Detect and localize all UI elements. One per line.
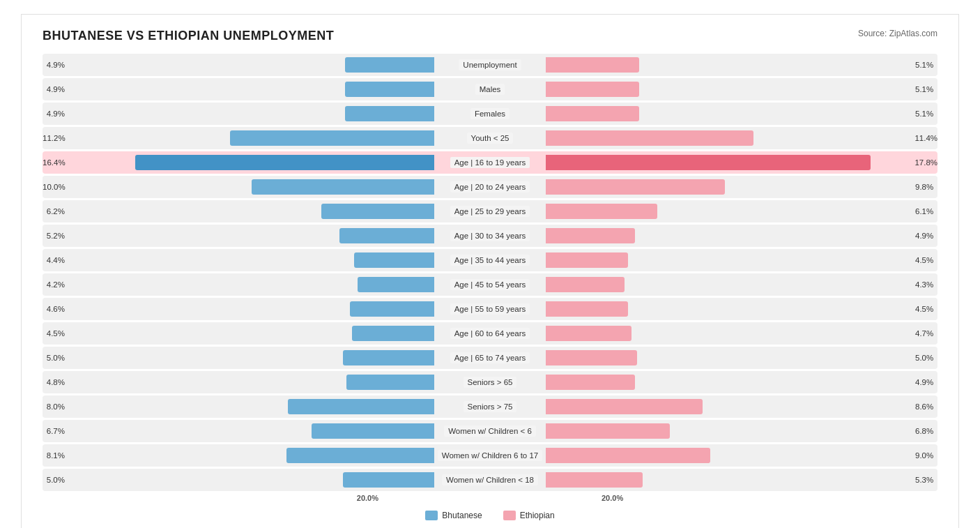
left-bar-wrap [69, 252, 434, 268]
bar-row: 16.4% Age | 16 to 19 years 17.8% [43, 151, 937, 174]
bar-pink [546, 155, 871, 170]
right-section: 5.1% [546, 106, 937, 121]
right-value: 11.4% [910, 134, 937, 142]
right-value: 9.0% [911, 451, 937, 460]
left-value: 4.4% [43, 256, 69, 264]
bar-row: 4.9% Females 5.1% [43, 103, 937, 125]
legend-ethiopian-label: Ethiopian [520, 511, 555, 520]
right-bar-wrap [546, 375, 911, 390]
right-value: 5.1% [911, 110, 937, 118]
bar-pink [546, 252, 628, 268]
center-label: Women w/ Children < 18 [442, 474, 538, 485]
bar-row-inner: 4.9% Females 5.1% [43, 103, 937, 124]
bar-row: 8.1% Women w/ Children 6 to 17 9.0% [43, 444, 937, 467]
left-bar-wrap [69, 423, 434, 439]
right-value: 4.7% [911, 329, 937, 338]
bar-blue [343, 350, 434, 365]
bar-pink [546, 57, 639, 73]
left-bar-wrap [69, 399, 434, 414]
center-label: Youth < 25 [467, 133, 514, 144]
left-value: 4.9% [43, 61, 69, 69]
right-section: 4.9% [546, 375, 937, 390]
left-section: 4.2% [43, 277, 434, 292]
left-section: 4.9% [43, 57, 434, 73]
bar-row-inner: 4.6% Age | 55 to 59 years 4.5% [43, 299, 937, 319]
bar-row-inner: 6.7% Women w/ Children < 6 6.8% [43, 421, 937, 442]
bar-pink [546, 130, 753, 146]
bar-pink [546, 228, 635, 243]
right-bar-wrap [546, 252, 911, 268]
bar-row: 4.5% Age | 60 to 64 years 4.7% [43, 322, 937, 345]
right-value: 17.8% [910, 158, 937, 167]
center-label: Women w/ Children < 6 [444, 425, 536, 437]
left-section: 6.7% [43, 423, 434, 439]
right-value: 4.3% [911, 280, 937, 289]
left-bar-wrap [70, 130, 434, 146]
bar-row-inner: 6.2% Age | 25 to 29 years 6.1% [43, 201, 937, 222]
right-value: 6.1% [911, 207, 937, 216]
bar-row: 4.8% Seniors > 65 4.9% [43, 371, 937, 393]
center-label: Age | 60 to 64 years [450, 328, 530, 339]
right-section: 5.1% [546, 82, 937, 97]
center-label-wrap: Age | 60 to 64 years [434, 328, 546, 339]
chart-container: BHUTANESE VS ETHIOPIAN UNEMPLOYMENT Sour… [21, 14, 959, 528]
right-section: 9.8% [546, 179, 937, 195]
left-bar-wrap [69, 350, 434, 365]
center-label: Age | 20 to 24 years [450, 181, 530, 193]
right-value: 5.1% [911, 61, 937, 69]
left-value: 16.4% [43, 158, 70, 167]
left-value: 8.1% [43, 451, 69, 460]
left-bar-wrap [69, 82, 434, 97]
right-section: 4.7% [546, 326, 937, 341]
center-label-wrap: Women w/ Children 6 to 17 [434, 450, 546, 461]
bar-blue [339, 228, 434, 243]
center-label: Seniors > 65 [464, 377, 517, 388]
center-label: Age | 65 to 74 years [450, 352, 530, 363]
left-section: 16.4% [43, 155, 434, 170]
bar-row: 6.7% Women w/ Children < 6 6.8% [43, 420, 937, 442]
left-value: 4.9% [43, 85, 69, 93]
right-bar-wrap [546, 301, 911, 317]
legend-ethiopian-swatch [503, 511, 516, 520]
left-bar-wrap [70, 179, 434, 195]
left-section: 10.0% [43, 179, 434, 195]
bar-row: 5.0% Women w/ Children < 18 5.3% [43, 469, 937, 491]
bar-row: 4.9% Unemployment 5.1% [43, 54, 937, 76]
chart-header: BHUTANESE VS ETHIOPIAN UNEMPLOYMENT Sour… [43, 29, 937, 43]
bar-blue [352, 326, 434, 341]
right-bar-wrap [546, 228, 911, 243]
left-section: 5.0% [43, 350, 434, 365]
right-section: 5.0% [546, 350, 937, 365]
right-section: 11.4% [546, 130, 937, 146]
center-label-wrap: Seniors > 75 [434, 401, 546, 412]
right-section: 4.9% [546, 228, 937, 243]
right-value: 4.5% [911, 256, 937, 264]
right-bar-wrap [546, 326, 911, 341]
bar-blue [346, 375, 434, 390]
left-value: 5.2% [43, 232, 69, 240]
left-value: 4.6% [43, 305, 69, 313]
center-label-wrap: Women w/ Children < 6 [434, 425, 546, 437]
bar-row: 5.2% Age | 30 to 34 years 4.9% [43, 225, 937, 247]
right-section: 6.1% [546, 204, 937, 219]
left-bar-wrap [69, 326, 434, 341]
bar-pink [546, 82, 639, 97]
right-section: 9.0% [546, 448, 937, 463]
bar-row-inner: 4.9% Unemployment 5.1% [43, 54, 937, 75]
right-section: 5.1% [546, 57, 937, 73]
bar-pink [546, 472, 643, 488]
right-bar-wrap [546, 448, 911, 463]
left-bar-wrap [69, 106, 434, 121]
right-bar-wrap [546, 106, 911, 121]
left-value: 6.7% [43, 427, 69, 435]
right-section: 8.6% [546, 399, 937, 414]
bar-row-inner: 4.4% Age | 35 to 44 years 4.5% [43, 250, 937, 271]
right-bar-wrap [546, 57, 911, 73]
right-bar-wrap [546, 472, 911, 488]
bar-pink [546, 326, 631, 341]
center-label: Males [475, 84, 505, 95]
bar-row-inner: 5.0% Women w/ Children < 18 5.3% [43, 469, 937, 490]
left-value: 4.5% [43, 329, 69, 338]
right-section: 4.5% [546, 252, 937, 268]
right-value: 4.9% [911, 232, 937, 240]
